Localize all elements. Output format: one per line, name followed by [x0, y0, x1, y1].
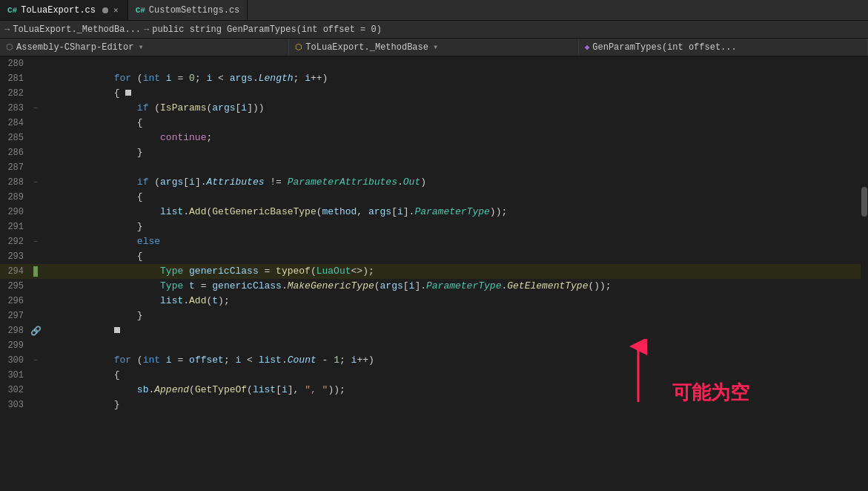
- cs-icon-1: C#: [7, 6, 17, 15]
- fold-302: [30, 383, 42, 398]
- line-num-280: 280: [0, 56, 30, 71]
- code-content-286: }: [42, 145, 868, 160]
- fold-296: [30, 294, 42, 309]
- code-line-289: 289 {: [0, 190, 868, 205]
- code-content-298: [42, 323, 868, 338]
- nav-class[interactable]: ⬡ ToLuaExport._MethodBase ▾: [289, 39, 578, 56]
- line-num-295: 295: [0, 279, 30, 294]
- fold-292: −: [30, 234, 42, 249]
- line-num-287: 287: [0, 160, 30, 175]
- fold-303: [30, 398, 42, 412]
- code-line-303: 303 }: [0, 398, 868, 412]
- method-icon: ◆: [585, 42, 590, 52]
- code-line-300: 300 − for (int i = offset; i < list.Coun…: [0, 353, 868, 368]
- line-num-286: 286: [0, 145, 30, 160]
- code-line-290: 290 list.Add(GetGenericBaseType(method, …: [0, 205, 868, 220]
- line-num-289: 289: [0, 190, 30, 205]
- code-content-294: Type genericClass = typeof(LuaOut<>);: [42, 264, 868, 279]
- fold-284: [30, 116, 42, 131]
- tab-toluaexport[interactable]: C# ToLuaExport.cs ✕: [0, 0, 128, 20]
- cs-icon-2: C#: [136, 6, 145, 15]
- code-line-296: 296 list.Add(t);: [0, 294, 868, 309]
- scrollbar-vertical[interactable]: [861, 56, 868, 491]
- code-content-293: {: [42, 249, 868, 264]
- fold-293: [30, 249, 42, 264]
- tab-pin-1: [102, 7, 108, 13]
- code-line-298: 298 🔗: [0, 323, 868, 338]
- code-content-297: }: [42, 309, 868, 323]
- line-num-281: 281: [0, 71, 30, 86]
- fold-283: −: [30, 101, 42, 116]
- code-content-283: if (IsParams(args[i])): [42, 101, 868, 116]
- code-line-281: 281 for (int i = 0; i < args.Length; i++…: [0, 71, 868, 86]
- code-line-299: 299: [0, 338, 868, 353]
- breadcrumb-arrow-2: →: [144, 24, 149, 35]
- breadcrumb-arrow-1: →: [4, 24, 10, 35]
- breadcrumb-bar: → ToLuaExport._MethodBa... → public stri…: [0, 21, 868, 39]
- tab-label-2: CustomSettings.cs: [149, 5, 239, 16]
- fold-280: [30, 56, 42, 71]
- code-line-294: 294 Type genericClass = typeof(LuaOut<>)…: [0, 264, 868, 279]
- breadcrumb-item-2[interactable]: public string GenParamTypes(int offset =…: [152, 24, 382, 35]
- breadcrumb-item-1[interactable]: ToLuaExport._MethodBa...: [13, 24, 141, 35]
- class-label: ToLuaExport._MethodBase: [305, 42, 428, 53]
- fold-291: [30, 220, 42, 234]
- code-content-289: {: [42, 190, 868, 205]
- code-content-302: sb.Append(GetTypeOf(list[i], ", "));: [42, 383, 868, 398]
- code-line-286: 286 }: [0, 145, 868, 160]
- line-num-284: 284: [0, 116, 30, 131]
- code-line-301: 301 {: [0, 368, 868, 383]
- code-content-299: [42, 338, 868, 353]
- line-num-302: 302: [0, 383, 30, 398]
- code-content-282: {: [42, 86, 868, 101]
- code-content-281: for (int i = 0; i < args.Length; i++): [42, 71, 868, 86]
- line-num-299: 299: [0, 338, 30, 353]
- fold-289: [30, 190, 42, 205]
- code-line-285: 285 continue;: [0, 131, 868, 145]
- line-num-297: 297: [0, 309, 30, 323]
- code-line-288: 288 − if (args[i].Attributes != Paramete…: [0, 175, 868, 190]
- code-content-284: {: [42, 116, 868, 131]
- code-content-301: {: [42, 368, 868, 383]
- scrollbar-thumb[interactable]: [861, 187, 867, 217]
- line-num-292: 292: [0, 234, 30, 249]
- nav-assembly[interactable]: ⬡ Assembly-CSharp-Editor ▾: [0, 39, 289, 56]
- line-num-301: 301: [0, 368, 30, 383]
- code-line-283: 283 − if (IsParams(args[i])): [0, 101, 868, 116]
- line-num-298: 298: [0, 323, 30, 338]
- code-line-282: 282 {: [0, 86, 868, 101]
- class-dropdown-icon[interactable]: ▾: [433, 42, 438, 53]
- fold-288: −: [30, 175, 42, 190]
- line-num-290: 290: [0, 205, 30, 220]
- fold-295: [30, 279, 42, 294]
- code-content-287: [42, 160, 868, 175]
- assembly-dropdown-icon[interactable]: ▾: [138, 42, 143, 53]
- line-num-293: 293: [0, 249, 30, 264]
- method-label: GenParamTypes(int offset...: [592, 42, 736, 53]
- code-line-284: 284 {: [0, 116, 868, 131]
- code-content-296: list.Add(t);: [42, 294, 868, 309]
- tab-customsettings[interactable]: C# CustomSettings.cs: [128, 0, 248, 20]
- code-line-280: 280: [0, 56, 868, 71]
- fold-290: [30, 205, 42, 220]
- tab-close-1[interactable]: ✕: [112, 5, 120, 15]
- line-num-303: 303: [0, 398, 30, 412]
- line-num-291: 291: [0, 220, 30, 234]
- code-line-302: 302 sb.Append(GetTypeOf(list[i], ", "));: [0, 383, 868, 398]
- nav-method[interactable]: ◆ GenParamTypes(int offset...: [579, 39, 868, 56]
- fold-300: −: [30, 353, 42, 368]
- fold-297: [30, 309, 42, 323]
- code-content-285: continue;: [42, 131, 868, 145]
- line-num-283: 283: [0, 101, 30, 116]
- fold-285: [30, 131, 42, 145]
- tab-label-1: ToLuaExport.cs: [21, 5, 96, 16]
- code-content-292: else: [42, 234, 868, 249]
- code-line-292: 292 − else: [0, 234, 868, 249]
- code-area: 280 281 for (int i = 0; i < args.Length;…: [0, 56, 868, 491]
- nav-bar: ⬡ Assembly-CSharp-Editor ▾ ⬡ ToLuaExport…: [0, 39, 868, 56]
- code-content-288: if (args[i].Attributes != ParameterAttri…: [42, 175, 868, 190]
- assembly-icon: ⬡: [6, 42, 13, 52]
- fold-299: [30, 338, 42, 353]
- fold-298: 🔗: [30, 323, 42, 338]
- line-num-282: 282: [0, 86, 30, 101]
